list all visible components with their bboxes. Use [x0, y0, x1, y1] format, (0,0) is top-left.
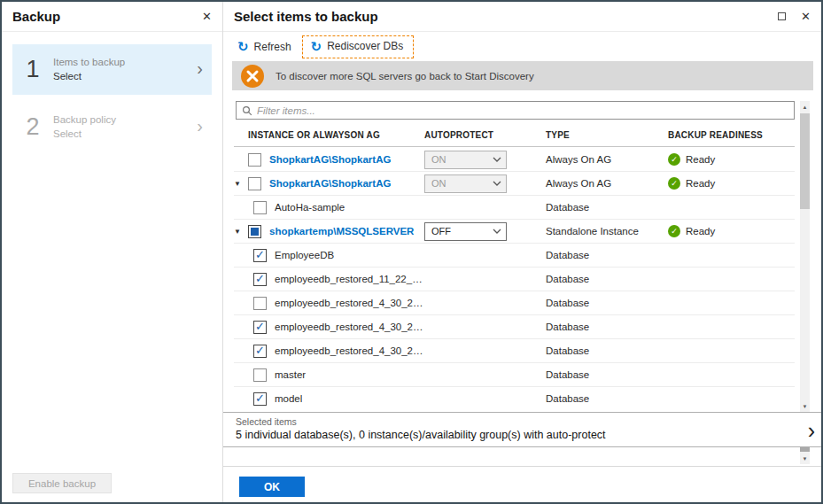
readiness-cell: ✓: [668, 368, 795, 381]
table-row: ▼ employeedb_restored_4_30_2018_2356 Dat…: [234, 339, 795, 363]
chevron-right-icon: ›: [197, 116, 212, 139]
row-checkbox[interactable]: [253, 392, 267, 406]
refresh-label: Refresh: [254, 41, 291, 53]
autoprotect-cell: ON: [424, 151, 546, 169]
row-type: Database: [546, 250, 668, 260]
rediscover-dbs-button[interactable]: ↻ Rediscover DBs: [302, 35, 415, 58]
backup-window: Backup ✕ 1 Items to backup Select › 2 Ba…: [0, 0, 823, 504]
autoprotect-dropdown[interactable]: OFF: [424, 222, 507, 241]
selected-items-panel[interactable]: Selected items 5 individual database(s),…: [223, 412, 821, 447]
table-vertical-scrollbar[interactable]: ▲ ▼: [800, 101, 810, 412]
row-checkbox[interactable]: [248, 225, 261, 238]
toolbar: ↻ Refresh ↻ Rediscover DBs: [223, 32, 821, 61]
expand-arrow-icon[interactable]: ▼: [234, 228, 248, 236]
row-checkbox[interactable]: [253, 273, 267, 286]
column-header-type: TYPE: [546, 130, 668, 140]
ready-check-icon: ✓: [668, 225, 680, 237]
rediscover-icon: ↻: [311, 40, 322, 53]
expand-arrow-icon[interactable]: ▼: [234, 180, 248, 188]
row-name: EmployeeDB: [275, 250, 334, 260]
row-type: Always On AG: [546, 178, 668, 189]
row-checkbox[interactable]: [248, 153, 261, 167]
column-header-autoprotect: AUTOPROTECT: [424, 130, 546, 140]
table-row: ▼ employeedb_restored_4_30_2018_2310 Dat…: [234, 291, 795, 315]
row-type: Always On AG: [546, 154, 668, 165]
readiness-cell: ✓: [668, 249, 795, 261]
filter-box: [236, 101, 795, 120]
readiness-cell: ✓: [668, 345, 795, 357]
ready-label: Ready: [686, 226, 715, 236]
readiness-cell: ✓: [668, 321, 795, 333]
row-name[interactable]: ShopkartAG\ShopkartAG: [269, 178, 391, 189]
autoprotect-value: ON: [425, 178, 488, 189]
refresh-icon: ↻: [237, 40, 249, 53]
column-header-backup-readiness: BACKUP READINESS: [668, 130, 795, 140]
select-items-blade-header: Select items to backup ✕: [223, 2, 821, 32]
row-name: master: [275, 369, 306, 380]
scroll-down-arrow-icon[interactable]: ▼: [800, 400, 810, 412]
backup-blade-header: Backup ✕: [2, 2, 222, 32]
backup-readiness: ✓ Ready: [668, 153, 795, 166]
discovery-info-banner: To discover more SQL servers go back to …: [232, 61, 813, 90]
row-checkbox[interactable]: [253, 321, 267, 334]
row-type: Database: [546, 322, 668, 332]
autoprotect-value: OFF: [425, 226, 488, 236]
close-icon[interactable]: ✕: [801, 11, 811, 22]
table-row: ▼ shopkartemp\MSSQLSERVER OFF Standalone…: [234, 220, 795, 244]
ok-button[interactable]: OK: [239, 477, 305, 497]
name-cell: ▼ employeedb_restored_11_22_2017_2125: [234, 273, 424, 286]
row-type: Database: [546, 298, 668, 308]
step-sublabel: Select: [53, 70, 197, 84]
step-items-to-backup[interactable]: 1 Items to backup Select ›: [12, 44, 212, 95]
rediscover-label: Rediscover DBs: [327, 40, 403, 52]
ready-label: Ready: [686, 178, 715, 189]
backup-readiness: ✓ Ready: [668, 225, 795, 237]
row-checkbox[interactable]: [253, 368, 267, 382]
row-name: model: [275, 393, 302, 404]
autoprotect-dropdown[interactable]: ON: [424, 174, 507, 193]
autoprotect-value: ON: [425, 154, 488, 165]
backup-blade: Backup ✕ 1 Items to backup Select › 2 Ba…: [2, 2, 223, 502]
row-type: Database: [546, 202, 668, 213]
row-checkbox[interactable]: [253, 297, 267, 310]
readiness-cell: ✓: [668, 273, 795, 285]
chevron-right-icon: ›: [808, 418, 815, 444]
name-cell: ▼ EmployeeDB: [234, 249, 424, 262]
scroll-up-arrow-icon[interactable]: ▲: [800, 101, 810, 112]
readiness-cell: ✓ Ready: [668, 177, 795, 190]
step-backup-policy[interactable]: 2 Backup policy Select ›: [12, 102, 212, 152]
enable-backup-button[interactable]: Enable backup: [12, 473, 112, 493]
selected-items-summary: 5 individual database(s), 0 instance(s)/…: [236, 429, 821, 441]
refresh-button[interactable]: ↻ Refresh: [237, 40, 291, 53]
row-checkbox[interactable]: [248, 177, 261, 190]
close-icon[interactable]: ✕: [202, 11, 212, 22]
table-body: ▼ ShopkartAG\ShopkartAG ON Always On AG …: [234, 148, 795, 408]
table-row: ▼ employeedb_restored_4_30_2018_231 Data…: [234, 315, 795, 339]
name-cell: ▼ ShopkartAG\ShopkartAG: [234, 153, 424, 167]
scroll-down-arrow-icon[interactable]: ▼: [800, 453, 810, 464]
row-type: Database: [546, 274, 668, 284]
step-label: Backup policy: [53, 113, 197, 128]
table-row: ▼ model Database ✓: [234, 387, 795, 408]
autoprotect-dropdown[interactable]: ON: [424, 151, 507, 169]
chevron-down-icon: [488, 181, 506, 186]
maximize-icon[interactable]: [778, 12, 786, 20]
filter-items-input[interactable]: [257, 105, 788, 116]
tools-icon: [241, 65, 264, 88]
table-header-row: INSTANCE OR ALWAYSON AG AUTOPROTECT TYPE…: [234, 124, 795, 147]
row-name: AutoHa-sample: [275, 202, 345, 213]
name-cell: ▼ shopkartemp\MSSQLSERVER: [234, 225, 424, 238]
row-name[interactable]: ShopkartAG\ShopkartAG: [269, 154, 391, 165]
name-cell: ▼ employeedb_restored_4_30_2018_2356: [234, 345, 424, 358]
scrollbar-thumb[interactable]: [800, 447, 810, 452]
name-cell: ▼ ShopkartAG\ShopkartAG: [234, 177, 424, 190]
selected-items-label: Selected items: [236, 416, 821, 427]
backup-readiness: ✓ Ready: [668, 177, 795, 190]
row-checkbox[interactable]: [253, 249, 267, 262]
row-checkbox[interactable]: [253, 201, 267, 214]
name-cell: ▼ AutoHa-sample: [234, 201, 424, 214]
scrollbar-thumb[interactable]: [800, 113, 810, 209]
row-checkbox[interactable]: [253, 345, 267, 358]
blade-scrollbar[interactable]: ▼: [800, 447, 810, 464]
row-name[interactable]: shopkartemp\MSSQLSERVER: [269, 226, 414, 236]
